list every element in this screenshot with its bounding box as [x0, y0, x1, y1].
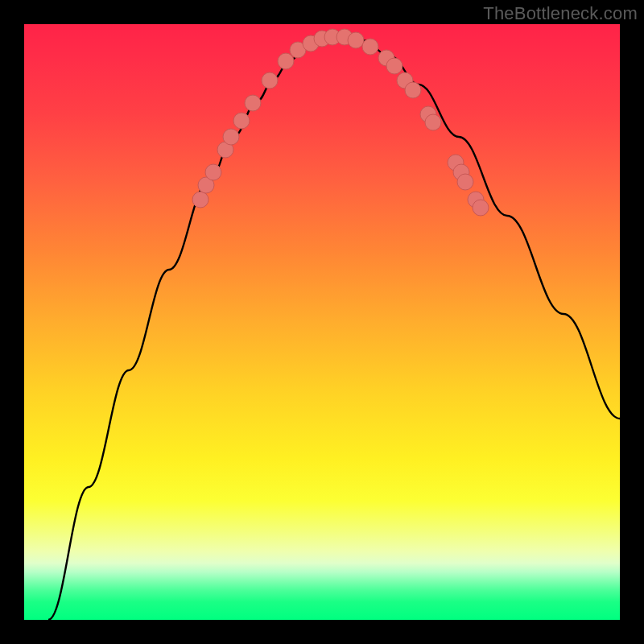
bottleneck-curve [48, 35, 620, 620]
chart-frame: TheBottleneck.com [0, 0, 644, 644]
marker-dot [262, 72, 278, 89]
marker-dot [192, 192, 208, 208]
marker-dot [473, 200, 489, 216]
marker-dot [425, 114, 441, 130]
marker-dot [205, 164, 221, 180]
marker-dot [233, 113, 250, 129]
curve-layer [24, 24, 620, 620]
marker-dot [405, 82, 421, 98]
marker-dot [386, 58, 402, 74]
marker-dot [245, 95, 261, 111]
watermark-text: TheBottleneck.com [483, 3, 638, 24]
marker-dot [457, 174, 473, 190]
marker-dot [362, 39, 378, 55]
marker-dot [223, 129, 239, 145]
marker-dot [348, 32, 364, 48]
marker-dot [278, 53, 294, 69]
